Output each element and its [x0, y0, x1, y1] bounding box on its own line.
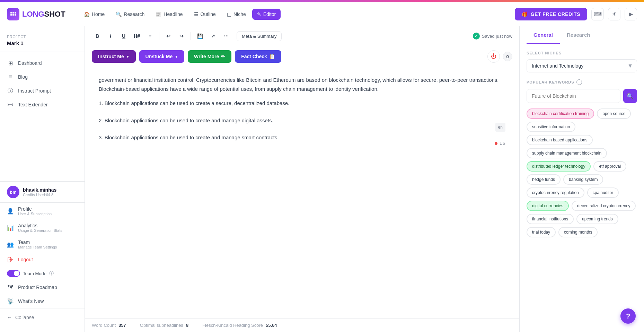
- whats-new-icon: 📡: [7, 298, 14, 305]
- country-dot: [495, 142, 497, 145]
- sidebar-item-whats-new[interactable]: 📡 What's New: [0, 294, 85, 308]
- keywords-header: POPULAR KEYWORDS i: [527, 79, 637, 85]
- theme-icon-btn[interactable]: ☀: [608, 8, 620, 20]
- power-button[interactable]: ⏻: [487, 50, 500, 63]
- nav-home[interactable]: 🏠 Home: [79, 9, 109, 20]
- nav-editor[interactable]: ✎ Editor: [252, 9, 281, 20]
- editor-list-item-3: 3. Blockchain applications can be used t…: [99, 133, 505, 142]
- saved-indicator: ✓ Saved just now: [473, 33, 512, 40]
- underline-button[interactable]: U: [118, 30, 129, 42]
- keyword-tag-1[interactable]: open source: [597, 108, 631, 119]
- nav-research[interactable]: 🔍 Research: [111, 9, 149, 20]
- collapse-button[interactable]: ← Collapse: [0, 311, 85, 324]
- keywords-search-button[interactable]: 🔍: [623, 89, 637, 103]
- saved-check-icon: ✓: [473, 33, 480, 40]
- project-section: Project Mark 1: [0, 32, 85, 52]
- help-button[interactable]: ?: [620, 308, 636, 324]
- tab-research[interactable]: Research: [560, 26, 597, 44]
- sidebar-item-profile[interactable]: 👤 Profile User & Subscription: [0, 203, 85, 219]
- team-mode-row: Team Mode ⓘ: [7, 270, 78, 277]
- keyboard-icon-btn[interactable]: ⌨: [591, 8, 604, 20]
- toolbar-divider-2: [191, 32, 191, 40]
- sidebar-item-text-extender[interactable]: Text Extender: [0, 98, 85, 112]
- lang-country-badges: en US: [495, 123, 505, 147]
- write-more-button[interactable]: Write More ✏: [188, 50, 231, 63]
- fact-check-button[interactable]: Fact Check 📋: [235, 50, 281, 63]
- instruct-me-button[interactable]: Instruct Me ▼: [92, 50, 136, 63]
- team-mode-info-icon[interactable]: ⓘ: [49, 270, 54, 277]
- roadmap-icon: 🗺: [7, 284, 14, 291]
- search-icon: 🔍: [627, 93, 634, 99]
- sidebar: Project Mark 1 ⊞ Dashboard ≡ Blog ⓘ Inst…: [0, 26, 85, 332]
- niche-icon: ◫: [227, 11, 231, 17]
- editor-content[interactable]: government or financial institution cont…: [85, 67, 519, 318]
- more-button[interactable]: ⋯: [221, 30, 232, 42]
- keyword-tag-14[interactable]: upcoming trends: [576, 214, 618, 224]
- nav-niche[interactable]: ◫ Niche: [222, 9, 251, 20]
- niches-select[interactable]: Internet and Technology: [527, 59, 637, 72]
- panel-content: SELECT NICHES Internet and Technology ▼ …: [520, 44, 644, 332]
- logout-icon: [7, 256, 14, 263]
- logo[interactable]: LONGSHOT: [7, 8, 76, 20]
- list-button[interactable]: ≡: [144, 30, 156, 42]
- user-row[interactable]: bm bhavik.minhas Credits Used:64.8: [7, 186, 78, 198]
- content-area: B I U H# ≡ ↩ ↪ 💾: [85, 26, 519, 332]
- editor-list-item-1: 1. Blockchain applications can be used t…: [99, 99, 505, 108]
- sidebar-item-product-roadmap[interactable]: 🗺 Product Roadmap: [0, 280, 85, 294]
- redo-button[interactable]: ↪: [176, 30, 187, 42]
- keyword-tag-5[interactable]: distributed ledger technology: [527, 161, 591, 172]
- keyword-tag-4[interactable]: supply chain management blockchain: [527, 148, 607, 158]
- keyword-tag-3[interactable]: blockchain based applications: [527, 135, 593, 145]
- tab-general[interactable]: General: [527, 26, 560, 44]
- logo-icon: [7, 8, 19, 20]
- user-name: bhavik.minhas: [23, 187, 56, 193]
- sidebar-item-blog[interactable]: ≡ Blog: [0, 70, 85, 84]
- keyword-tag-2[interactable]: sensitive information: [527, 122, 575, 132]
- play-icon-btn[interactable]: ▶: [625, 8, 637, 20]
- logo-text: LONGSHOT: [22, 10, 65, 19]
- unstuck-me-button[interactable]: Unstuck Me ▼: [139, 50, 184, 63]
- sidebar-item-logout[interactable]: Logout: [0, 253, 85, 267]
- keywords-search-input[interactable]: [527, 89, 620, 103]
- keyword-tag-6[interactable]: etf approval: [593, 161, 626, 172]
- keyword-tag-9[interactable]: cryptocurrency regulation: [527, 187, 584, 198]
- country-badge: US: [500, 140, 505, 147]
- editor-list-item-2: 2. Blockchain applications can be used t…: [99, 116, 505, 125]
- keyword-tag-0[interactable]: blockchain certification training: [527, 108, 594, 119]
- heading-button[interactable]: H#: [131, 30, 142, 42]
- team-info: Team Manage Team Settings: [18, 239, 57, 249]
- nav-outline[interactable]: ☰ Outline: [189, 9, 221, 20]
- niches-section-label: SELECT NICHES: [527, 51, 637, 55]
- get-credits-button[interactable]: 🎁 GET FREE CREDITS: [515, 8, 587, 20]
- keyword-tag-15[interactable]: trial today: [527, 227, 556, 237]
- nav-headline[interactable]: 📰 Headline: [151, 9, 187, 20]
- keyword-tag-12[interactable]: decentralized cryptocurrency: [572, 201, 636, 211]
- meta-summary-button[interactable]: Meta & Summary: [237, 31, 282, 41]
- share-button[interactable]: ↗: [208, 30, 219, 42]
- main-nav: 🏠 Home 🔍 Research 📰 Headline ☰ Outline ◫…: [79, 9, 512, 20]
- collapse-icon: ←: [7, 315, 12, 320]
- keywords-search-row: 🔍: [527, 89, 637, 103]
- italic-button[interactable]: I: [105, 30, 116, 42]
- bold-button[interactable]: B: [92, 30, 103, 42]
- sidebar-item-analytics[interactable]: 📊 Analytics Usage & Generation Stats: [0, 219, 85, 236]
- keyword-tag-7[interactable]: hedge funds: [527, 174, 561, 185]
- sidebar-item-dashboard[interactable]: ⊞ Dashboard: [0, 56, 85, 70]
- home-icon: 🏠: [84, 11, 90, 17]
- niches-select-wrapper: Internet and Technology ▼: [527, 59, 637, 72]
- keyword-tag-13[interactable]: financial institutions: [527, 214, 574, 224]
- analytics-info: Analytics Usage & Generation Stats: [18, 223, 62, 233]
- sidebar-item-instruct-prompt[interactable]: ⓘ Instruct Prompt: [0, 84, 85, 98]
- sidebar-item-team[interactable]: 👥 Team Manage Team Settings: [0, 236, 85, 253]
- instruct-icon: ⓘ: [7, 87, 14, 94]
- country-section: US: [495, 140, 505, 147]
- keyword-tag-10[interactable]: cpa auditor: [587, 187, 619, 198]
- save-button[interactable]: 💾: [194, 30, 205, 42]
- keyword-tag-8[interactable]: banking system: [563, 174, 603, 185]
- keyword-tag-16[interactable]: coming months: [558, 227, 598, 237]
- keywords-info-icon[interactable]: i: [576, 79, 582, 85]
- undo-button[interactable]: ↩: [163, 30, 174, 42]
- team-mode-toggle[interactable]: [7, 270, 20, 277]
- keyword-tag-11[interactable]: digital currencies: [527, 201, 569, 211]
- sidebar-bottom: ← Collapse: [0, 308, 85, 326]
